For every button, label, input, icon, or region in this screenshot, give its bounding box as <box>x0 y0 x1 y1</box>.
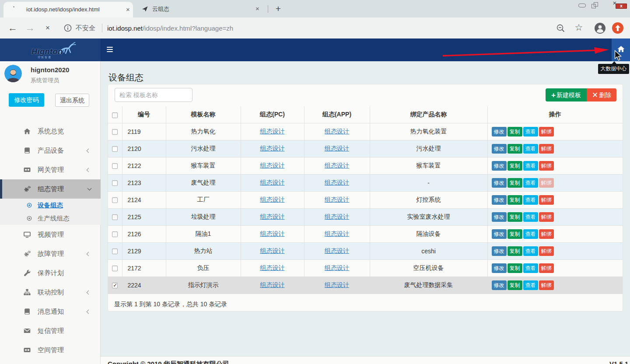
row-checkbox-cell[interactable] <box>108 208 122 225</box>
copy-button[interactable]: 复制 <box>508 246 522 256</box>
pc-design-link[interactable]: 组态设计 <box>260 196 285 203</box>
modify-button[interactable]: 修改 <box>492 178 507 188</box>
row-checkbox[interactable] <box>112 180 118 186</box>
row-checkbox[interactable] <box>112 197 118 203</box>
copy-button[interactable]: 复制 <box>508 127 522 136</box>
stop-button[interactable]: × <box>42 22 53 34</box>
row-checkbox-cell[interactable] <box>108 140 122 157</box>
modify-button[interactable]: 修改 <box>492 212 507 222</box>
back-button[interactable]: ← <box>7 22 18 34</box>
copy-button[interactable]: 复制 <box>508 280 522 290</box>
app-design-link[interactable]: 组态设计 <box>325 162 349 169</box>
menu-toggle-icon[interactable] <box>107 47 113 52</box>
unbind-button[interactable]: 解绑 <box>539 195 554 205</box>
view-button[interactable]: 查看 <box>523 212 538 222</box>
browser-update-icon[interactable] <box>612 22 623 34</box>
view-button[interactable]: 查看 <box>523 178 538 188</box>
pc-design-link[interactable]: 组态设计 <box>260 213 285 220</box>
row-checkbox-cell[interactable] <box>108 157 122 174</box>
info-icon[interactable] <box>64 24 72 32</box>
unbind-button[interactable]: 解绑 <box>539 127 554 136</box>
app-design-link[interactable]: 组态设计 <box>325 128 349 135</box>
row-checkbox-cell[interactable] <box>108 276 122 294</box>
modify-button[interactable]: 修改 <box>492 195 507 205</box>
row-checkbox-cell[interactable] <box>108 174 122 191</box>
row-checkbox[interactable] <box>112 146 118 152</box>
view-button[interactable]: 查看 <box>523 280 538 290</box>
row-checkbox[interactable] <box>112 231 118 237</box>
view-button[interactable]: 查看 <box>523 127 538 136</box>
sidebar-item-空间管理[interactable]: 空间管理 <box>0 340 101 360</box>
sidebar-item-网关管理[interactable]: 网关管理 <box>0 160 101 179</box>
app-design-link[interactable]: 组态设计 <box>325 264 349 271</box>
sidebar-item-系统总览[interactable]: 系统总览 <box>0 122 101 141</box>
sidebar-item-视频管理[interactable]: 视频管理 <box>0 225 101 244</box>
copy-button[interactable]: 复制 <box>508 263 522 273</box>
view-button[interactable]: 查看 <box>523 229 538 239</box>
view-button[interactable]: 查看 <box>523 195 538 205</box>
zoom-out-icon[interactable] <box>556 24 565 33</box>
new-tab-button[interactable]: + <box>273 4 284 14</box>
app-design-link[interactable]: 组态设计 <box>325 213 349 220</box>
logout-button[interactable]: 退出系统 <box>55 94 89 107</box>
tab-close-icon[interactable]: × <box>124 6 132 14</box>
select-all-checkbox[interactable] <box>112 112 118 118</box>
pc-design-link[interactable]: 组态设计 <box>260 281 285 288</box>
view-button[interactable]: 查看 <box>523 144 538 154</box>
change-password-button[interactable]: 修改密码 <box>9 93 44 107</box>
copy-button[interactable]: 复制 <box>508 229 522 239</box>
modify-button[interactable]: 修改 <box>492 229 507 239</box>
tab-active[interactable]: iot.idosp.net/idosp/index.html × <box>4 2 133 18</box>
pc-design-link[interactable]: 组态设计 <box>260 128 285 135</box>
search-input[interactable] <box>115 88 192 102</box>
window-minimize-button[interactable] <box>578 4 586 7</box>
browser-profile-avatar[interactable] <box>595 23 606 34</box>
app-design-link[interactable]: 组态设计 <box>325 230 349 237</box>
sidebar-item-设备组态[interactable]: 设备组态 <box>0 199 101 212</box>
pc-design-link[interactable]: 组态设计 <box>260 179 285 186</box>
unbind-button[interactable]: 解绑 <box>539 263 554 273</box>
copy-button[interactable]: 复制 <box>508 144 522 154</box>
modify-button[interactable]: 修改 <box>492 263 507 273</box>
row-checkbox[interactable] <box>112 248 118 254</box>
sidebar-item-联动控制[interactable]: 联动控制 <box>0 283 101 302</box>
tab-inactive[interactable]: 云组态 × <box>133 0 271 18</box>
brand-logo[interactable]: Hignton 华辰智通 <box>25 41 78 60</box>
unbind-button[interactable]: 解绑 <box>539 144 554 154</box>
pc-design-link[interactable]: 组态设计 <box>260 162 285 169</box>
modify-button[interactable]: 修改 <box>492 161 507 171</box>
app-design-link[interactable]: 组态设计 <box>325 281 349 288</box>
row-checkbox-cell[interactable] <box>108 225 122 242</box>
row-checkbox[interactable] <box>112 129 118 135</box>
copy-button[interactable]: 复制 <box>508 212 522 222</box>
forward-button[interactable]: → <box>24 22 36 34</box>
row-checkbox[interactable] <box>112 266 118 271</box>
row-checkbox[interactable] <box>112 283 118 288</box>
sidebar-item-短信管理[interactable]: 短信管理 <box>0 321 101 340</box>
unbind-button[interactable]: 解绑 <box>539 212 554 222</box>
app-design-link[interactable]: 组态设计 <box>325 145 349 152</box>
delete-button[interactable]: ✕删除 <box>587 88 616 102</box>
sidebar-item-组态管理[interactable]: 组态管理 <box>0 179 101 199</box>
copy-button[interactable]: 复制 <box>508 161 522 171</box>
unbind-button[interactable]: 解绑 <box>539 246 554 256</box>
modify-button[interactable]: 修改 <box>492 127 507 136</box>
modify-button[interactable]: 修改 <box>492 246 507 256</box>
copy-button[interactable]: 复制 <box>508 178 522 188</box>
app-design-link[interactable]: 组态设计 <box>325 247 349 254</box>
copy-button[interactable]: 复制 <box>508 195 522 205</box>
pc-design-link[interactable]: 组态设计 <box>260 230 285 237</box>
select-all-checkbox-cell[interactable] <box>108 106 122 123</box>
unbind-button[interactable]: 解绑 <box>539 161 554 171</box>
view-button[interactable]: 查看 <box>523 263 538 273</box>
view-button[interactable]: 查看 <box>523 246 538 256</box>
row-checkbox[interactable] <box>112 214 118 220</box>
sidebar-item-产品设备[interactable]: 产品设备 <box>0 141 101 160</box>
view-button[interactable]: 查看 <box>523 161 538 171</box>
pc-design-link[interactable]: 组态设计 <box>260 247 285 254</box>
tab-close-icon[interactable]: × <box>254 5 261 13</box>
sidebar-item-生产线组态[interactable]: 生产线组态 <box>0 212 101 225</box>
sidebar-item-保养计划[interactable]: 保养计划 <box>0 263 101 283</box>
unbind-button[interactable]: 解绑 <box>539 178 554 188</box>
app-design-link[interactable]: 组态设计 <box>325 179 349 186</box>
